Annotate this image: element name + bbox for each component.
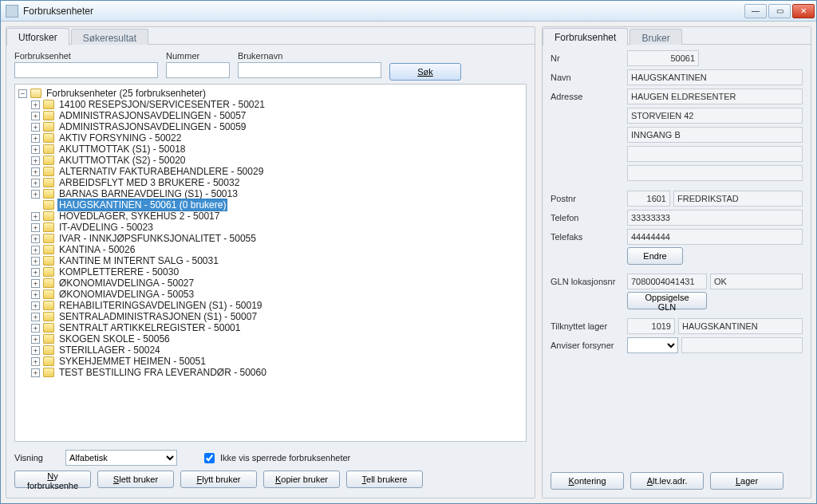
- field-navn: HAUGSKANTINEN: [627, 69, 803, 85]
- tree-item[interactable]: SYKEHJEMMET HEIMEN - 50051: [57, 356, 207, 367]
- expand-icon[interactable]: +: [31, 313, 40, 321]
- kontering-button[interactable]: Kontering: [551, 472, 624, 490]
- view-select[interactable]: Alfabetisk: [65, 450, 177, 466]
- tree-item[interactable]: STERILLAGER - 50024: [57, 345, 162, 356]
- tree-item[interactable]: IT-AVDELING - 50023: [57, 222, 155, 233]
- tree-item[interactable]: AKUTTMOTTAK (S2) - 50020: [57, 155, 187, 166]
- kopier-bruker-button[interactable]: Kopier bruker: [263, 471, 340, 488]
- filter-forbruksenhet-input[interactable]: [14, 62, 158, 78]
- field-postnr: 1601: [627, 191, 670, 207]
- tree-view[interactable]: − Forbruksenheter (25 forbruksenheter) +…: [14, 84, 527, 442]
- folder-icon: [43, 345, 54, 355]
- tree-item[interactable]: ØKONOMIAVDELINGA - 50027: [57, 278, 195, 289]
- folder-icon: [30, 89, 41, 98]
- lager-button[interactable]: Lager: [710, 472, 783, 490]
- tree-item[interactable]: ARBEIDSFLYT MED 3 BRUKERE - 50032: [57, 177, 241, 188]
- filter-brukernavn-input[interactable]: [238, 62, 381, 78]
- expand-icon[interactable]: +: [31, 346, 40, 355]
- label-forbruksenhet: Forbruksenhet: [14, 51, 158, 61]
- expand-icon[interactable]: +: [31, 234, 40, 243]
- flytt-bruker-button[interactable]: Flytt bruker: [180, 471, 257, 488]
- altlevadr-button[interactable]: Alt.lev.adr.: [630, 472, 704, 490]
- expand-icon[interactable]: −: [18, 89, 27, 98]
- minimize-button[interactable]: —: [744, 4, 767, 18]
- expand-icon[interactable]: +: [31, 167, 40, 176]
- expand-icon[interactable]: +: [31, 301, 40, 310]
- tree-item[interactable]: HAUGSKANTINEN - 50061 (0 brukere): [57, 199, 227, 211]
- expand-icon[interactable]: +: [31, 268, 40, 277]
- detail-panel: Forbruksenhet Bruker Nr 50061 Navn HAUGS…: [542, 26, 811, 498]
- expand-icon[interactable]: +: [31, 179, 40, 187]
- tree-item[interactable]: SENTRALADMINISTRASJONEN (S1) - 50007: [57, 311, 259, 322]
- folder-icon: [43, 200, 54, 210]
- tree-item[interactable]: ALTERNATIV FAKTURABEHANDLERE - 50029: [57, 166, 265, 177]
- tab-forbruksenhet[interactable]: Forbruksenhet: [543, 28, 628, 45]
- tab-bruker[interactable]: Bruker: [630, 29, 681, 45]
- oppsigelse-gln-button[interactable]: Oppsigelse GLN: [627, 292, 707, 309]
- tree-item[interactable]: SENTRALT ARTIKKELREGISTER - 50001: [57, 322, 242, 333]
- folder-icon: [43, 234, 54, 243]
- tree-item[interactable]: HOVEDLAGER, SYKEHUS 2 - 50017: [57, 211, 221, 222]
- hide-locked-input[interactable]: [204, 453, 215, 463]
- folder-icon: [43, 144, 54, 154]
- expand-icon[interactable]: +: [31, 212, 40, 221]
- filter-row: Forbruksenhet Nummer Brukernavn Søk: [14, 51, 527, 81]
- tree-item[interactable]: REHABILITERINGSAVDELINGEN (S1) - 50019: [57, 300, 264, 311]
- field-anviser-navn: [681, 337, 803, 353]
- folder-icon: [43, 167, 54, 176]
- expand-icon[interactable]: +: [31, 134, 40, 143]
- tree-item[interactable]: KANTINE M INTERNT SALG - 50031: [57, 255, 220, 266]
- anviser-select[interactable]: [627, 337, 678, 353]
- slett-bruker-button[interactable]: Slett bruker: [97, 471, 174, 488]
- expand-icon[interactable]: +: [31, 145, 40, 154]
- tree-item[interactable]: ADMINISTRASJONSAVDELINGEN - 50057: [57, 110, 248, 121]
- folder-icon: [43, 133, 54, 143]
- expand-icon[interactable]: +: [31, 335, 40, 344]
- maximize-button[interactable]: ▭: [768, 4, 791, 18]
- search-button[interactable]: Søk: [389, 63, 461, 81]
- field-adresse2: STORVEIEN 42: [627, 108, 803, 124]
- ny-forbruksenhet-button[interactable]: Ny forbruksenhe: [14, 471, 91, 488]
- tree-item[interactable]: KOMPLETTERERE - 50030: [57, 266, 180, 278]
- tree-item[interactable]: AKUTTMOTTAK (S1) - 50018: [57, 144, 187, 155]
- right-tabbar: Forbruksenhet Bruker: [543, 27, 811, 45]
- expand-icon[interactable]: +: [31, 100, 40, 109]
- expand-icon[interactable]: +: [31, 290, 40, 299]
- hide-locked-checkbox[interactable]: Ikke vis sperrede forbruksenheter: [201, 451, 350, 466]
- close-button[interactable]: ✕: [792, 4, 815, 18]
- tree-item[interactable]: SKOGEN SKOLE - 50056: [57, 333, 172, 345]
- tree-item[interactable]: IVAR - INNKJØPSFUNKSJONALITET - 50055: [57, 233, 258, 244]
- label-telefaks: Telefaks: [551, 232, 627, 242]
- tree-item[interactable]: KANTINA - 50026: [57, 244, 136, 255]
- expand-icon[interactable]: +: [31, 156, 40, 165]
- tree-root-label[interactable]: Forbruksenheter (25 forbruksenheter): [45, 88, 207, 99]
- titlebar: Forbruksenheter — ▭ ✕: [1, 1, 816, 22]
- folder-icon: [43, 267, 54, 277]
- filter-nummer-input[interactable]: [166, 62, 230, 78]
- tell-brukere-button[interactable]: Tell brukere: [346, 471, 423, 488]
- label-telefon: Telefon: [551, 213, 627, 222]
- expand-icon[interactable]: +: [31, 223, 40, 232]
- tree-item[interactable]: ØKONOMIAVDELINGA - 50053: [57, 289, 195, 300]
- endre-button[interactable]: Endre: [627, 247, 683, 265]
- tab-sokeresultat[interactable]: Søkeresultat: [71, 29, 148, 45]
- tab-utforsker[interactable]: Utforsker: [6, 28, 69, 45]
- expand-icon[interactable]: +: [31, 324, 40, 333]
- tree-item[interactable]: AKTIV FORSYNING - 50022: [57, 132, 183, 144]
- field-adresse1: HAUGEN ELDRESENTER: [627, 89, 803, 104]
- tree-item[interactable]: ADMINISTRASJONSAVDELINGEN - 50059: [57, 121, 248, 132]
- right-button-row: Kontering Alt.lev.adr. Lager: [551, 472, 803, 493]
- expand-icon[interactable]: +: [31, 257, 40, 266]
- expand-icon[interactable]: +: [31, 357, 40, 366]
- expand-icon[interactable]: +: [31, 112, 40, 120]
- expand-icon[interactable]: +: [31, 123, 40, 132]
- folder-icon: [43, 301, 54, 310]
- expand-icon[interactable]: +: [31, 279, 40, 288]
- expand-icon[interactable]: +: [31, 246, 40, 254]
- expand-icon[interactable]: +: [31, 190, 40, 199]
- tree-item[interactable]: 14100 RESEPSJON/SERVICESENTER - 50021: [57, 99, 266, 110]
- expand-icon[interactable]: +: [31, 368, 40, 377]
- tree-item[interactable]: TEST BESTILLING FRA LEVERANDØR - 50060: [57, 367, 268, 378]
- tree-item[interactable]: BARNAS BARNEAVDELING (S1) - 50013: [57, 188, 239, 199]
- window-title: Forbruksenheter: [23, 6, 744, 17]
